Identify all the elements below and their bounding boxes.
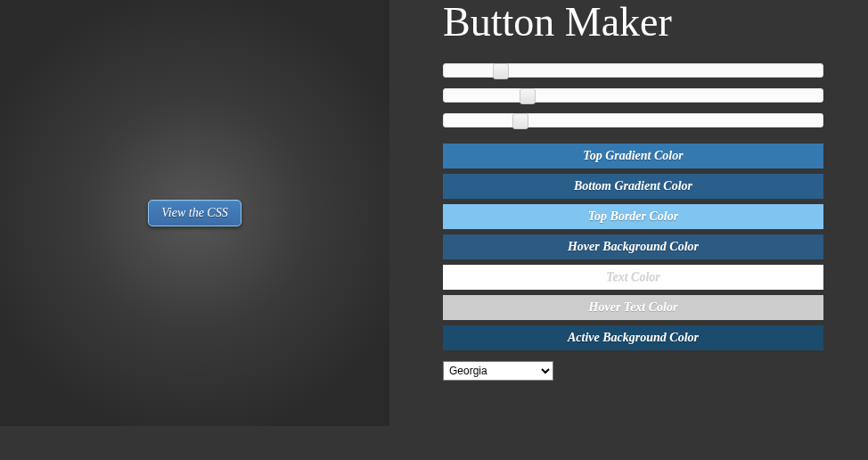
controls-pane: Button Maker Top Gradient Color Bottom G… — [389, 0, 868, 460]
slider-1[interactable] — [443, 63, 823, 78]
text-color-button[interactable]: Text Color — [443, 265, 823, 290]
top-gradient-color-button[interactable]: Top Gradient Color — [443, 144, 823, 168]
font-family-select[interactable]: Georgia — [443, 361, 553, 381]
hover-background-color-button[interactable]: Hover Background Color — [443, 234, 823, 259]
sliders-group — [443, 63, 823, 127]
preview-button[interactable]: View the CSS — [148, 200, 241, 226]
slider-2-handle[interactable] — [520, 88, 536, 104]
bottom-gradient-color-button[interactable]: Bottom Gradient Color — [443, 174, 823, 199]
slider-1-handle[interactable] — [493, 63, 509, 79]
hover-text-color-button[interactable]: Hover Text Color — [443, 295, 823, 320]
preview-pane: View the CSS — [0, 0, 389, 426]
slider-3[interactable] — [443, 113, 823, 127]
page-title: Button Maker — [443, 0, 823, 45]
color-buttons-group: Top Gradient Color Bottom Gradient Color… — [443, 144, 823, 350]
top-border-color-button[interactable]: Top Border Color — [443, 204, 823, 229]
slider-2[interactable] — [443, 88, 823, 103]
slider-3-handle[interactable] — [512, 113, 528, 129]
active-background-color-button[interactable]: Active Background Color — [443, 325, 823, 350]
